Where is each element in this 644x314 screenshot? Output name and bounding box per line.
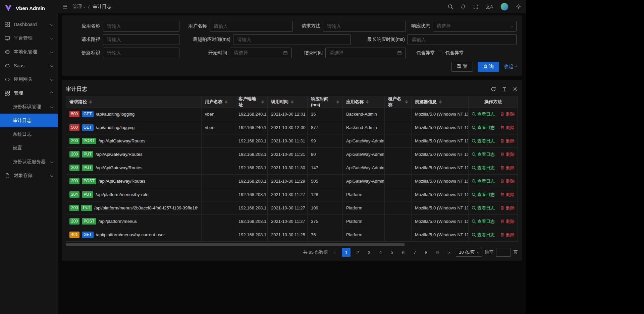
view-log-button[interactable]: 查看日志 [472,205,495,211]
request-path-input[interactable] [103,34,179,45]
breadcrumb-item-management[interactable]: 管理 [72,4,85,10]
delete-button[interactable]: 删除 [500,192,515,198]
max-response-time-input[interactable] [408,34,517,45]
table-row[interactable]: 204 PUT /api/platform/menus/by-role 192.… [66,188,518,201]
chevron-down-icon [50,78,54,81]
sidebar-item-settings[interactable]: 设置 [0,141,58,155]
response-status-select[interactable]: 请选择 [433,21,517,32]
column-header-user-name[interactable]: 用户名称 [202,96,235,107]
filter-row-3: 链路标识 开始时间 请选择 结束时间 请选择 [67,48,517,58]
settings-gear-icon[interactable] [516,4,521,9]
sidebar-item-app-gateway[interactable]: 应用网关 [0,72,58,86]
page-button[interactable]: 7 [410,248,419,257]
page-button[interactable]: 8 [422,248,430,257]
menu-fold-icon[interactable] [62,4,68,9]
page-button[interactable]: 5 [387,248,396,257]
chevron-up-icon [50,91,54,95]
sidebar-item-saas[interactable]: Saas [0,59,58,72]
delete-button[interactable]: 删除 [500,178,515,184]
page-button[interactable]: 3 [365,248,373,257]
sidebar-item-platform-management[interactable]: 平台管理 [0,31,58,45]
page-button[interactable]: 2 [353,248,362,257]
view-log-button[interactable]: 查看日志 [472,218,495,225]
tenant-name-cell [385,161,412,174]
trace-id-input[interactable] [103,48,179,58]
reset-button[interactable]: 重 置 [451,62,473,72]
delete-label: 删除 [506,218,515,225]
sidebar-item-management[interactable]: 管理 [0,86,58,100]
delete-button[interactable]: 删除 [500,125,515,131]
horizontal-scrollbar-thumb[interactable] [66,243,405,246]
app-name-cell: Platform [343,228,385,241]
app-logo[interactable]: Vben Admin [0,0,58,16]
column-header-call-time[interactable]: 调用时间 [268,96,308,107]
column-header-app-name[interactable]: 应用名称 [343,96,385,107]
search-icon[interactable] [448,4,453,9]
table-row[interactable]: 200 POST /api/ApiGateway/Routes 192.168.… [66,174,518,188]
page-button[interactable]: 1 [342,248,351,257]
table-row[interactable]: 500 GET /api/auditing/logging vben 192.1… [66,107,518,121]
request-method-input[interactable] [323,21,406,32]
delete-button[interactable]: 删除 [500,138,515,144]
field-label: 最长响应时间(ms) [351,37,408,43]
delete-button[interactable]: 删除 [500,151,515,158]
delete-button[interactable]: 删除 [500,205,515,211]
jump-to-page-input[interactable] [496,248,511,257]
sidebar-item-audit-log[interactable]: 审计日志 [0,114,58,127]
include-exception-checkbox[interactable] [438,51,442,55]
collapse-button[interactable]: 收起 [504,64,517,70]
query-button[interactable]: 查 询 [478,62,499,72]
notification-bell-icon[interactable] [461,4,466,9]
sidebar-item-object-storage[interactable]: 对象存储 [0,169,58,182]
table-row[interactable]: 200 POST /api/ApiGateway/Routes 192.168.… [66,134,518,147]
view-log-button[interactable]: 查看日志 [472,165,495,171]
view-log-button[interactable]: 查看日志 [472,125,495,131]
next-page-button[interactable]: > [444,248,453,257]
translate-icon[interactable]: 文A [486,5,493,9]
view-log-button[interactable]: 查看日志 [472,111,495,117]
view-log-button[interactable]: 查看日志 [472,151,495,158]
delete-button[interactable]: 删除 [500,218,515,225]
column-header-request-path[interactable]: 请求路径 [66,96,202,107]
table-row[interactable]: 200 PUT /api/platform/menus/2b3accf8-4fb… [66,201,518,214]
column-settings-icon[interactable] [513,86,518,92]
previous-page-button[interactable]: < [330,248,339,257]
table-row[interactable]: 200 PUT /api/ApiGateway/Routes 192.168.2… [66,147,518,161]
delete-button[interactable]: 删除 [500,165,515,171]
column-header-browser-info[interactable]: 浏览器信息 [412,96,469,107]
user-name-input[interactable] [210,21,293,32]
page-button[interactable]: 6 [399,248,408,257]
table-row[interactable]: 200 POST /api/platform/menus 192.168.208… [66,214,518,228]
table-row[interactable]: 500 GET /api/auditing/logging vben 192.1… [66,121,518,134]
trash-icon [500,219,504,224]
browser-info-cell: Mozilla/5.0 (Windows NT 10.0; Win [412,201,469,214]
sidebar-item-identity-server[interactable]: 身份认证服务器 [0,155,58,169]
page-size-select[interactable]: 10 条/页 [456,248,482,257]
min-response-time-input[interactable] [233,34,351,45]
view-log-button[interactable]: 查看日志 [472,192,495,198]
delete-button[interactable]: 删除 [500,111,515,117]
view-log-button[interactable]: 查看日志 [472,232,495,238]
column-header-client-address[interactable]: 客户端地址 [235,96,268,107]
sidebar-item-localization[interactable]: 本地化管理 [0,45,58,59]
delete-button[interactable]: 删除 [500,232,515,238]
page-button[interactable]: 4 [376,248,385,257]
page-button[interactable]: 9 [433,248,442,257]
refresh-icon[interactable] [491,86,496,92]
column-label: 操作方法 [484,99,502,105]
sidebar-item-dashboard[interactable]: Dashboard [0,17,58,31]
column-header-tenant-name[interactable]: 租户名称 [385,96,412,107]
table-row[interactable]: 200 PUT /api/ApiGateway/Routes 192.168.2… [66,161,518,174]
view-log-button[interactable]: 查看日志 [472,138,495,144]
column-header-response-time[interactable]: 响应时间(ms) [308,96,343,107]
sidebar-item-identity-management[interactable]: 身份标识管理 [0,100,58,114]
app-name-input[interactable] [103,21,179,32]
sidebar-item-system-log[interactable]: 系统日志 [0,127,58,141]
start-time-picker[interactable]: 请选择 [230,48,292,58]
end-time-picker[interactable]: 请选择 [325,48,406,58]
table-row[interactable]: 401 GET /api/platform/menus/by-current-u… [66,228,518,241]
user-avatar[interactable] [500,3,508,11]
row-height-icon[interactable] [502,87,507,92]
view-log-button[interactable]: 查看日志 [472,178,495,184]
fullscreen-icon[interactable] [473,4,478,9]
